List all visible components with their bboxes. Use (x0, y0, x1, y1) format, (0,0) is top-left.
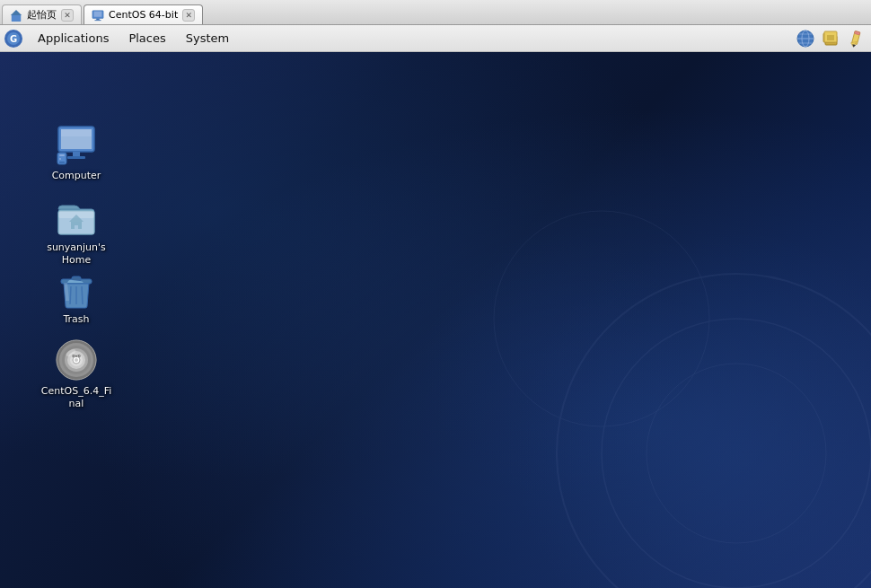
pencil-applet-icon[interactable] (846, 29, 866, 48)
svg-rect-38 (75, 225, 78, 229)
svg-point-52 (75, 358, 78, 362)
tab-centos[interactable]: CentOS 64-bit ✕ (84, 4, 203, 24)
tab-home-close[interactable]: ✕ (61, 9, 74, 22)
computer-icon-img (55, 123, 98, 166)
svg-point-56 (557, 274, 871, 588)
dvd-icon-img: DVD (55, 338, 98, 382)
svg-rect-28 (67, 156, 85, 159)
svg-rect-26 (61, 129, 92, 136)
svg-line-41 (70, 286, 71, 304)
svg-text:G: G (10, 34, 17, 44)
home-tab-icon (10, 9, 22, 22)
computer-label: Computer (52, 170, 101, 182)
tab-centos-close[interactable]: ✕ (182, 9, 195, 22)
globe-applet-icon[interactable] (796, 29, 815, 48)
svg-line-43 (82, 286, 83, 304)
dvd-label: CentOS_6.4_Final (40, 385, 113, 411)
svg-marker-1 (11, 9, 22, 14)
svg-point-31 (59, 158, 61, 160)
trash-icon-img (55, 267, 98, 310)
svg-rect-4 (96, 18, 100, 20)
svg-rect-30 (59, 154, 65, 156)
svg-rect-32 (59, 162, 65, 163)
svg-rect-16 (824, 31, 837, 42)
menu-places[interactable]: Places (119, 28, 174, 48)
svg-rect-5 (95, 20, 101, 21)
tab-bar: 起怡页 ✕ CentOS 64-bit ✕ (0, 0, 871, 25)
svg-rect-3 (94, 11, 102, 16)
menu-applications[interactable]: Applications (29, 28, 118, 48)
desktop-decoration (332, 139, 871, 588)
svg-rect-0 (12, 14, 22, 22)
home-folder-icon-img (55, 195, 98, 238)
menu-system[interactable]: System (177, 28, 238, 48)
svg-text:DVD: DVD (72, 354, 81, 358)
svg-point-58 (647, 364, 826, 543)
computer-tab-icon (92, 9, 104, 22)
tab-home[interactable]: 起怡页 ✕ (2, 4, 82, 24)
menu-bar: G Applications Places System (0, 25, 871, 52)
gnome-logo: G (4, 29, 23, 48)
svg-rect-27 (73, 152, 80, 156)
trash-icon[interactable]: Trash (36, 263, 117, 329)
stack-applet-icon[interactable] (821, 29, 840, 48)
trash-label: Trash (63, 313, 89, 326)
dvd-icon[interactable]: DVD CentOS_6.4_Final (36, 335, 117, 415)
tab-centos-label: CentOS 64-bit (109, 9, 178, 21)
home-folder-icon[interactable]: sunyanjun's Home (36, 191, 117, 271)
computer-icon[interactable]: Computer (36, 119, 117, 186)
svg-point-57 (602, 319, 871, 588)
desktop: Computer sunyanjun's Home (0, 52, 871, 588)
tab-home-label: 起怡页 (27, 8, 57, 22)
svg-point-59 (494, 211, 709, 426)
